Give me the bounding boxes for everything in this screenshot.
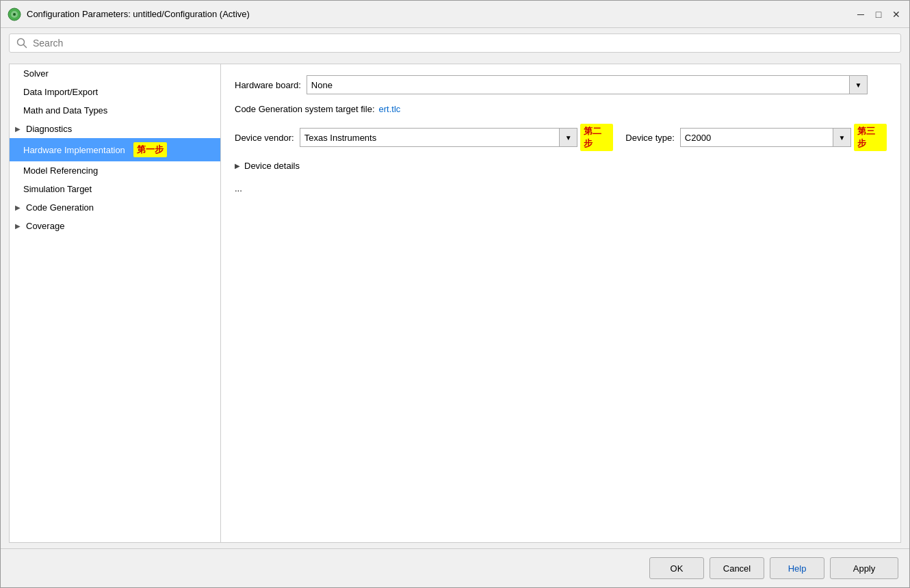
hardware-board-row: Hardware board: None ▼	[235, 75, 887, 94]
cancel-button[interactable]: Cancel	[710, 557, 764, 579]
device-details-label[interactable]: Device details	[244, 161, 300, 171]
sidebar-item-diagnostics[interactable]: ▶ Diagnostics	[10, 120, 220, 138]
title-bar: Configuration Parameters: untitled/Confi…	[1, 1, 909, 28]
main-window: Configuration Parameters: untitled/Confi…	[0, 0, 910, 588]
sidebar-item-label: Math and Data Types	[23, 105, 107, 116]
device-type-dropdown-arrow[interactable]: ▼	[833, 128, 851, 147]
sidebar-item-code-generation[interactable]: ▶ Code Generation	[10, 198, 220, 217]
codegen-label: Code Generation system target file:	[235, 104, 375, 114]
chevron-right-icon: ▶	[15, 125, 21, 133]
codegen-link[interactable]: ert.tlc	[379, 104, 401, 114]
svg-line-4	[24, 45, 27, 48]
hardware-board-dropdown-arrow[interactable]: ▼	[850, 75, 868, 94]
sidebar-item-math-data-types[interactable]: Math and Data Types	[10, 101, 220, 120]
device-details-row: ▶ Device details	[235, 161, 887, 171]
device-type-select[interactable]: C2000	[680, 128, 833, 147]
app-icon	[8, 8, 21, 21]
device-vendor-container: Texas Instruments ▼ 第二步	[300, 124, 614, 151]
search-bar-container	[1, 28, 909, 58]
step1-annotation: 第一步	[133, 142, 167, 157]
device-row: Device vendor: Texas Instruments ▼ 第二步 D…	[235, 124, 887, 151]
sidebar: Solver Data Import/Export Math and Data …	[9, 64, 221, 543]
help-button[interactable]: Help	[770, 557, 824, 579]
sidebar-item-coverage[interactable]: ▶ Coverage	[10, 217, 220, 235]
sidebar-item-label: Simulation Target	[23, 184, 92, 194]
device-vendor-select[interactable]: Texas Instruments	[300, 128, 560, 147]
sidebar-item-label: Diagnostics	[26, 124, 72, 134]
step3-annotation: 第三步	[854, 124, 887, 151]
sidebar-item-simulation-target[interactable]: Simulation Target	[10, 180, 220, 198]
hardware-board-select-container: None ▼	[307, 75, 868, 94]
device-type-label: Device type:	[625, 133, 675, 143]
search-box	[9, 34, 901, 53]
main-content: Solver Data Import/Export Math and Data …	[1, 58, 909, 548]
bottom-bar: OK Cancel Help Apply	[1, 548, 909, 587]
window-title: Configuration Parameters: untitled/Confi…	[27, 9, 855, 19]
minimize-button[interactable]: ─	[855, 8, 867, 21]
search-input[interactable]	[33, 38, 894, 49]
close-button[interactable]: ✕	[890, 8, 902, 21]
right-panel: Hardware board: None ▼ Code Generation s…	[221, 64, 901, 543]
sidebar-item-label: Data Import/Export	[23, 87, 98, 97]
device-vendor-label: Device vendor:	[235, 133, 294, 143]
svg-point-2	[13, 13, 16, 16]
search-icon	[16, 38, 27, 49]
apply-button[interactable]: Apply	[830, 557, 898, 579]
codegen-row: Code Generation system target file: ert.…	[235, 104, 887, 114]
sidebar-item-label: Model Referencing	[23, 165, 98, 176]
ok-button[interactable]: OK	[649, 557, 704, 579]
window-controls: ─ □ ✕	[855, 8, 902, 21]
step2-annotation: 第二步	[580, 124, 613, 151]
ellipsis-text: ...	[235, 183, 887, 193]
chevron-right-icon: ▶	[15, 222, 21, 230]
sidebar-item-solver[interactable]: Solver	[10, 64, 220, 83]
device-details-expand-icon[interactable]: ▶	[235, 162, 240, 170]
maximize-button[interactable]: □	[872, 8, 885, 21]
device-type-container: C2000 ▼ 第三步	[680, 124, 887, 151]
sidebar-item-label: Code Generation	[26, 202, 94, 213]
sidebar-item-label: Hardware Implementation	[23, 145, 125, 155]
chevron-right-icon: ▶	[15, 204, 21, 211]
sidebar-item-hardware-implementation[interactable]: Hardware Implementation 第一步	[10, 138, 220, 161]
sidebar-item-label: Coverage	[26, 221, 64, 231]
sidebar-item-label: Solver	[23, 68, 49, 79]
sidebar-item-model-referencing[interactable]: Model Referencing	[10, 161, 220, 180]
hardware-board-select[interactable]: None	[307, 75, 850, 94]
sidebar-item-data-import-export[interactable]: Data Import/Export	[10, 83, 220, 101]
device-vendor-dropdown-arrow[interactable]: ▼	[560, 128, 577, 147]
hardware-board-label: Hardware board:	[235, 80, 301, 90]
